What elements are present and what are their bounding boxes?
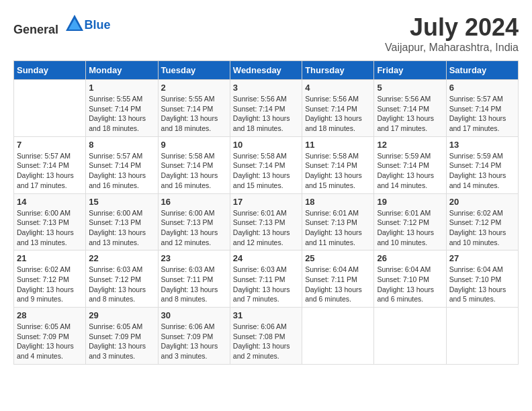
day-info: Sunrise: 6:01 AM Sunset: 7:13 PM Dayligh… [233,208,299,248]
subtitle: Vaijapur, Maharashtra, India [385,42,519,54]
main-title: July 2024 [385,13,519,42]
calendar-week-row: 28Sunrise: 6:05 AM Sunset: 7:09 PM Dayli… [14,308,519,365]
day-info: Sunrise: 6:03 AM Sunset: 7:11 PM Dayligh… [161,265,227,304]
calendar-day-header: Sunday [14,61,86,80]
day-info: Sunrise: 6:01 AM Sunset: 7:13 PM Dayligh… [305,208,371,248]
logo-blue-text: Blue [85,18,111,32]
day-info: Sunrise: 5:58 AM Sunset: 7:14 PM Dayligh… [161,151,227,191]
calendar-day-cell: 15Sunrise: 6:00 AM Sunset: 7:13 PM Dayli… [86,193,158,250]
calendar-day-cell: 25Sunrise: 6:04 AM Sunset: 7:11 PM Dayli… [302,250,374,308]
day-number: 20 [449,197,515,207]
day-number: 21 [17,253,83,263]
day-number: 29 [89,310,154,320]
day-number: 22 [89,253,154,263]
day-info: Sunrise: 5:58 AM Sunset: 7:14 PM Dayligh… [233,151,299,191]
day-number: 19 [377,197,443,207]
calendar-week-row: 7Sunrise: 5:57 AM Sunset: 7:14 PM Daylig… [14,136,519,193]
calendar-day-cell: 21Sunrise: 6:02 AM Sunset: 7:12 PM Dayli… [14,250,86,308]
calendar-day-cell [14,80,86,137]
calendar-day-cell: 20Sunrise: 6:02 AM Sunset: 7:12 PM Dayli… [446,193,518,250]
logo-general-text: General [13,23,58,36]
calendar-day-cell: 28Sunrise: 6:05 AM Sunset: 7:09 PM Dayli… [14,308,86,365]
header: General Blue July 2024 Vaijapur, Maharas… [13,13,519,54]
day-number: 14 [17,197,83,207]
day-info: Sunrise: 6:00 AM Sunset: 7:13 PM Dayligh… [161,208,227,248]
calendar-table: SundayMondayTuesdayWednesdayThursdayFrid… [13,60,519,365]
calendar-day-cell [302,308,374,365]
logo-icon [64,13,85,34]
day-info: Sunrise: 5:55 AM Sunset: 7:14 PM Dayligh… [89,94,154,134]
day-info: Sunrise: 5:58 AM Sunset: 7:14 PM Dayligh… [305,151,371,191]
day-number: 5 [377,83,443,93]
calendar-day-cell: 13Sunrise: 5:59 AM Sunset: 7:14 PM Dayli… [446,136,518,193]
calendar-day-cell: 23Sunrise: 6:03 AM Sunset: 7:11 PM Dayli… [158,250,230,308]
day-info: Sunrise: 6:01 AM Sunset: 7:12 PM Dayligh… [377,208,443,248]
day-info: Sunrise: 6:00 AM Sunset: 7:13 PM Dayligh… [89,208,154,248]
day-number: 1 [89,83,154,93]
calendar-day-cell: 8Sunrise: 5:57 AM Sunset: 7:14 PM Daylig… [86,136,158,193]
day-number: 28 [17,310,83,320]
calendar-week-row: 1Sunrise: 5:55 AM Sunset: 7:14 PM Daylig… [14,80,519,137]
day-number: 17 [233,197,299,207]
day-info: Sunrise: 5:56 AM Sunset: 7:14 PM Dayligh… [233,94,299,134]
calendar-day-cell: 22Sunrise: 6:03 AM Sunset: 7:12 PM Dayli… [86,250,158,308]
calendar-day-cell: 14Sunrise: 6:00 AM Sunset: 7:13 PM Dayli… [14,193,86,250]
calendar-day-header: Monday [86,61,158,80]
calendar-day-header: Thursday [302,61,374,80]
day-number: 8 [89,140,154,150]
calendar-day-cell: 30Sunrise: 6:06 AM Sunset: 7:09 PM Dayli… [158,308,230,365]
calendar-day-cell: 18Sunrise: 6:01 AM Sunset: 7:13 PM Dayli… [302,193,374,250]
day-number: 4 [305,83,371,93]
day-number: 27 [449,253,515,263]
day-number: 16 [161,197,227,207]
day-number: 23 [161,253,227,263]
day-number: 11 [305,140,371,150]
day-number: 10 [233,140,299,150]
calendar-day-cell: 10Sunrise: 5:58 AM Sunset: 7:14 PM Dayli… [230,136,302,193]
calendar-day-cell: 26Sunrise: 6:04 AM Sunset: 7:10 PM Dayli… [374,250,446,308]
day-info: Sunrise: 6:06 AM Sunset: 7:09 PM Dayligh… [161,322,227,361]
day-info: Sunrise: 6:04 AM Sunset: 7:10 PM Dayligh… [449,265,515,304]
calendar-day-cell: 2Sunrise: 5:55 AM Sunset: 7:14 PM Daylig… [158,80,230,137]
day-number: 18 [305,197,371,207]
day-info: Sunrise: 5:59 AM Sunset: 7:14 PM Dayligh… [377,151,443,191]
calendar-week-row: 21Sunrise: 6:02 AM Sunset: 7:12 PM Dayli… [14,250,519,308]
calendar-day-cell [374,308,446,365]
calendar-day-cell: 7Sunrise: 5:57 AM Sunset: 7:14 PM Daylig… [14,136,86,193]
day-info: Sunrise: 5:59 AM Sunset: 7:14 PM Dayligh… [449,151,515,191]
day-number: 31 [233,310,299,320]
calendar-day-cell: 24Sunrise: 6:03 AM Sunset: 7:11 PM Dayli… [230,250,302,308]
calendar-day-cell: 5Sunrise: 5:56 AM Sunset: 7:14 PM Daylig… [374,80,446,137]
calendar-day-header: Tuesday [158,61,230,80]
day-info: Sunrise: 6:06 AM Sunset: 7:08 PM Dayligh… [233,322,299,361]
calendar-day-cell: 1Sunrise: 5:55 AM Sunset: 7:14 PM Daylig… [86,80,158,137]
calendar-day-cell: 16Sunrise: 6:00 AM Sunset: 7:13 PM Dayli… [158,193,230,250]
day-info: Sunrise: 6:03 AM Sunset: 7:12 PM Dayligh… [89,265,154,304]
day-info: Sunrise: 5:57 AM Sunset: 7:14 PM Dayligh… [17,151,83,191]
calendar-day-cell: 12Sunrise: 5:59 AM Sunset: 7:14 PM Dayli… [374,136,446,193]
day-info: Sunrise: 6:02 AM Sunset: 7:12 PM Dayligh… [449,208,515,248]
calendar-day-header: Friday [374,61,446,80]
calendar-header-row: SundayMondayTuesdayWednesdayThursdayFrid… [14,61,519,80]
calendar-day-cell [446,308,518,365]
day-number: 13 [449,140,515,150]
calendar-day-header: Wednesday [230,61,302,80]
day-number: 12 [377,140,443,150]
calendar-day-cell: 11Sunrise: 5:58 AM Sunset: 7:14 PM Dayli… [302,136,374,193]
day-info: Sunrise: 5:56 AM Sunset: 7:14 PM Dayligh… [377,94,443,134]
day-number: 2 [161,83,227,93]
calendar-day-cell: 17Sunrise: 6:01 AM Sunset: 7:13 PM Dayli… [230,193,302,250]
day-number: 25 [305,253,371,263]
calendar-day-cell: 3Sunrise: 5:56 AM Sunset: 7:14 PM Daylig… [230,80,302,137]
day-number: 24 [233,253,299,263]
day-number: 6 [449,83,515,93]
day-number: 26 [377,253,443,263]
logo: General Blue [13,13,111,37]
day-info: Sunrise: 6:04 AM Sunset: 7:11 PM Dayligh… [305,265,371,304]
calendar-day-cell: 27Sunrise: 6:04 AM Sunset: 7:10 PM Dayli… [446,250,518,308]
calendar-day-cell: 9Sunrise: 5:58 AM Sunset: 7:14 PM Daylig… [158,136,230,193]
calendar-day-cell: 29Sunrise: 6:05 AM Sunset: 7:09 PM Dayli… [86,308,158,365]
calendar-week-row: 14Sunrise: 6:00 AM Sunset: 7:13 PM Dayli… [14,193,519,250]
day-number: 9 [161,140,227,150]
day-info: Sunrise: 5:57 AM Sunset: 7:14 PM Dayligh… [449,94,515,134]
